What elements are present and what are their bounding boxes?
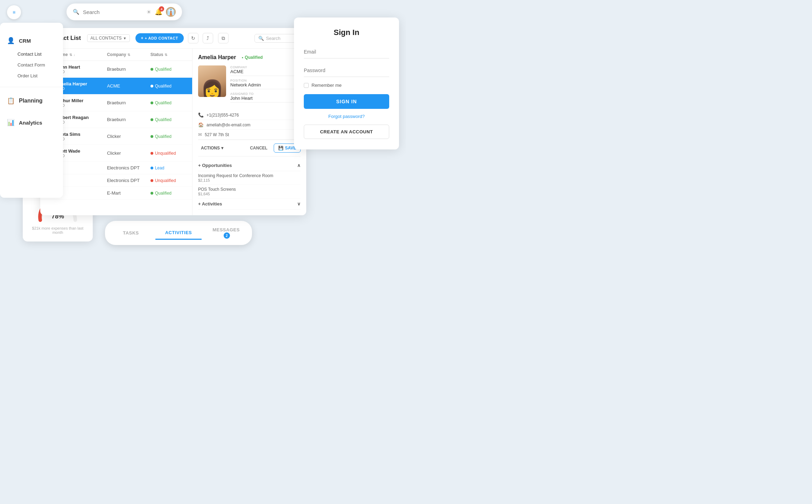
search-bar-icons: ☀ 🔔 4 👔 — [146, 7, 176, 17]
tabs-widget: TASKS ACTIVITIES MESSAGES 2 — [105, 221, 252, 245]
actions-chevron-icon: ▾ — [221, 146, 223, 150]
filter-icon[interactable]: ⇅ — [69, 53, 72, 57]
table-row[interactable]: Electronics DPT Lead — [40, 162, 192, 174]
assigned-field-label: Assigned to — [230, 92, 301, 96]
sidebar-planning-section: 📋 Planning — [0, 90, 63, 112]
company-field-label: Company — [230, 65, 301, 69]
table-row[interactable]: Brett Wade CEO Clicker Unqualified — [40, 145, 192, 162]
table-row[interactable]: Robert Reagan CEO Braeburn Qualified — [40, 111, 192, 128]
user-avatar[interactable]: 👔 — [166, 7, 176, 17]
expense-note: $21k more expenses than last month — [30, 226, 86, 234]
email-field[interactable] — [304, 46, 389, 58]
opportunities-label: + Opportunities — [198, 163, 232, 168]
sidebar-item-order-list[interactable]: Order List — [0, 70, 63, 81]
sidebar-item-contact-list[interactable]: Contact List — [0, 49, 63, 59]
expand-icon: ∨ — [297, 201, 301, 206]
sidebar-item-planning[interactable]: 📋 Planning — [0, 93, 63, 109]
row-name-3: Robert Reagan CEO — [56, 115, 107, 124]
sort-icon[interactable]: ↓ — [74, 53, 75, 57]
table-row[interactable]: Arthur Miller CEO Braeburn Qualified — [40, 94, 192, 111]
activities-section-header[interactable]: + Activities ∨ — [198, 198, 301, 210]
assigned-field: Assigned to John Heart — [230, 92, 301, 103]
row-company-1: ACME — [107, 83, 150, 89]
table-row[interactable]: Greta Sims CEO Clicker Qualified — [40, 128, 192, 145]
notifications-wrapper: 🔔 4 — [155, 8, 162, 16]
add-contact-button[interactable]: + + ADD CONTACT — [135, 33, 184, 43]
create-account-button[interactable]: CREATE AN ACCOUNT — [304, 125, 389, 139]
status-filter-icon[interactable]: ⇅ — [164, 53, 167, 57]
company-field-value[interactable]: ACME — [230, 69, 301, 76]
row-name-2: Arthur Miller CEO — [56, 98, 107, 107]
actions-dropdown-button[interactable]: ACTIONS ▾ — [198, 144, 226, 152]
phone-icon: 📞 — [198, 112, 204, 118]
opportunity-name-1: Incoming Request for Conference Room — [198, 173, 301, 178]
row-name-4: Greta Sims CEO — [56, 132, 107, 141]
duplicate-button[interactable]: ⧉ — [218, 33, 229, 43]
crm-header: Contact List ALL CONTACTS ▼ + + ADD CONT… — [40, 28, 306, 49]
messages-label: MESSAGES — [212, 227, 240, 232]
crm-search[interactable]: 🔍 Search — [254, 34, 300, 43]
table-row[interactable]: John Heart CEO Braeburn Qualified — [40, 61, 192, 78]
sun-icon[interactable]: ☀ — [146, 9, 151, 15]
password-field[interactable] — [304, 64, 389, 77]
export-button[interactable]: ⤴ — [203, 33, 213, 43]
assigned-field-value[interactable]: John Heart — [230, 96, 301, 103]
opportunity-item-2[interactable]: POS Touch Screens $1,645 — [198, 185, 301, 198]
signin-button[interactable]: SIGN IN — [304, 94, 389, 109]
row-name-5: Brett Wade CEO — [56, 148, 107, 158]
position-field-value[interactable]: Network Admin — [230, 82, 301, 89]
signin-title: Sign In — [304, 28, 389, 37]
contacts-filter-dropdown[interactable]: ALL CONTACTS ▼ — [87, 34, 130, 42]
forgot-password-link[interactable]: Forgot password? — [304, 114, 389, 119]
activities-label: + Activities — [198, 201, 222, 206]
row-status-3: Qualified — [150, 117, 187, 122]
sidebar-item-crm[interactable]: 👤 CRM — [0, 33, 63, 49]
position-field-label: Position — [230, 79, 301, 82]
sidebar-analytics-label: Analytics — [19, 120, 42, 126]
remember-checkbox[interactable] — [304, 83, 309, 88]
crm-content: Name ⇅ ↓ Company ⇅ Status ⇅ John Heart — [40, 49, 306, 215]
table-row[interactable]: E-Mart Qualified — [40, 187, 192, 200]
remember-me-row: Remember me — [304, 83, 389, 88]
row-status-6: Lead — [150, 166, 187, 170]
sidebar-item-contact-form[interactable]: Contact Form — [0, 59, 63, 70]
table-row[interactable]: ✓ Amelia Harper CEO ACME Qualified — [40, 78, 192, 94]
row-company-0: Braeburn — [107, 66, 150, 72]
table-row[interactable]: Electronics DPT Unqualified — [40, 174, 192, 187]
table-header: Name ⇅ ↓ Company ⇅ Status ⇅ — [40, 49, 192, 61]
tasks-label: TASKS — [123, 230, 139, 236]
row-status-4: Qualified — [150, 134, 187, 139]
row-status-0: Qualified — [150, 67, 187, 72]
row-status-8: Qualified — [150, 191, 187, 196]
row-name-0: John Heart CEO — [56, 64, 107, 74]
opportunities-section-header[interactable]: + Opportunities ∧ — [198, 160, 301, 171]
sidebar-item-analytics[interactable]: 📊 Analytics — [0, 114, 63, 131]
menu-icon[interactable]: ≡ — [7, 5, 21, 19]
detail-content: 👩 Company ACME Position Network Admin As… — [198, 65, 301, 105]
crm-icon: 👤 — [7, 37, 15, 44]
sidebar-crm-section: 👤 CRM Contact List Contact Form Order Li… — [0, 30, 63, 84]
sidebar: ≡ 👤 CRM Contact List Contact Form Order … — [0, 23, 63, 198]
email-value: ameliah@dx-email.com — [206, 122, 251, 127]
detail-contact-name: Amelia Harper — [198, 54, 236, 61]
opportunity-item-1[interactable]: Incoming Request for Conference Room $2,… — [198, 171, 301, 185]
contact-photo: 👩 — [198, 65, 226, 97]
tab-activities[interactable]: ACTIVITIES — [155, 226, 202, 240]
search-input[interactable] — [83, 9, 139, 15]
refresh-button[interactable]: ↻ — [188, 33, 198, 43]
activities-label: ACTIVITIES — [165, 230, 192, 235]
sidebar-planning-label: Planning — [19, 98, 43, 104]
opportunity-amount-2: $1,645 — [198, 192, 301, 196]
company-filter-icon[interactable]: ⇅ — [127, 53, 130, 57]
tab-tasks[interactable]: TASKS — [108, 227, 154, 239]
signin-panel: Sign In Remember me SIGN IN Forgot passw… — [294, 18, 399, 149]
chevron-down-icon: ▼ — [123, 36, 127, 40]
tab-messages[interactable]: MESSAGES 2 — [203, 224, 249, 242]
sidebar-divider — [0, 87, 63, 87]
th-company: Company ⇅ — [107, 52, 150, 57]
email-row: 🏠 ameliah@dx-email.com — [198, 120, 301, 130]
cancel-button[interactable]: CANCEL — [247, 144, 270, 152]
row-company-7: Electronics DPT — [107, 178, 150, 183]
company-field: Company ACME — [230, 65, 301, 76]
detail-status-label: Qualified — [245, 55, 262, 60]
